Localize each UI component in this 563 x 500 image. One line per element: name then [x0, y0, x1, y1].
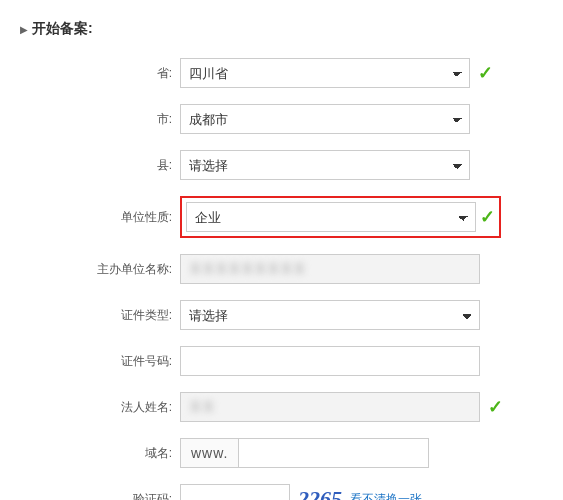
- redacted-text: 某某某某某某某某某: [189, 260, 306, 278]
- input-cert-number[interactable]: [180, 346, 480, 376]
- arrow-right-icon: ▶: [20, 24, 28, 35]
- label-legal-name: 法人姓名:: [20, 399, 180, 416]
- select-county[interactable]: 请选择: [180, 150, 470, 180]
- row-cert-type: 证件类型: 请选择: [20, 300, 543, 330]
- row-org-type: 单位性质: 企业 ✓: [20, 196, 543, 238]
- input-domain[interactable]: [239, 438, 429, 468]
- row-captcha: 验证码: 2265 看不清换一张: [20, 484, 543, 500]
- row-legal-name: 法人姓名: 某某 ✓: [20, 392, 543, 422]
- check-icon: ✓: [478, 62, 493, 84]
- select-province[interactable]: 四川省: [180, 58, 470, 88]
- highlight-box: 企业 ✓: [180, 196, 501, 238]
- label-org-type: 单位性质:: [20, 209, 180, 226]
- redacted-text: 某某: [189, 398, 215, 416]
- row-domain: 域名: www.: [20, 438, 543, 468]
- label-county: 县:: [20, 157, 180, 174]
- input-captcha[interactable]: [180, 484, 290, 500]
- input-sponsor-name[interactable]: 某某某某某某某某某: [180, 254, 480, 284]
- row-city: 市: 成都市: [20, 104, 543, 134]
- label-city: 市:: [20, 111, 180, 128]
- captcha-image[interactable]: 2265: [298, 486, 342, 500]
- label-sponsor-name: 主办单位名称:: [20, 261, 180, 278]
- select-cert-type[interactable]: 请选择: [180, 300, 480, 330]
- check-icon: ✓: [488, 396, 503, 418]
- label-province: 省:: [20, 65, 180, 82]
- row-county: 县: 请选择: [20, 150, 543, 180]
- page-header: ▶ 开始备案:: [20, 20, 543, 38]
- select-org-type[interactable]: 企业: [186, 202, 476, 232]
- domain-prefix: www.: [180, 438, 239, 468]
- label-cert-number: 证件号码:: [20, 353, 180, 370]
- label-cert-type: 证件类型:: [20, 307, 180, 324]
- input-legal-name[interactable]: 某某: [180, 392, 480, 422]
- label-domain: 域名:: [20, 445, 180, 462]
- page-title: 开始备案:: [32, 20, 93, 38]
- row-cert-number: 证件号码:: [20, 346, 543, 376]
- select-city[interactable]: 成都市: [180, 104, 470, 134]
- captcha-refresh-link[interactable]: 看不清换一张: [350, 491, 422, 501]
- row-sponsor-name: 主办单位名称: 某某某某某某某某某: [20, 254, 543, 284]
- label-captcha: 验证码:: [20, 491, 180, 501]
- check-icon: ✓: [480, 206, 495, 228]
- row-province: 省: 四川省 ✓: [20, 58, 543, 88]
